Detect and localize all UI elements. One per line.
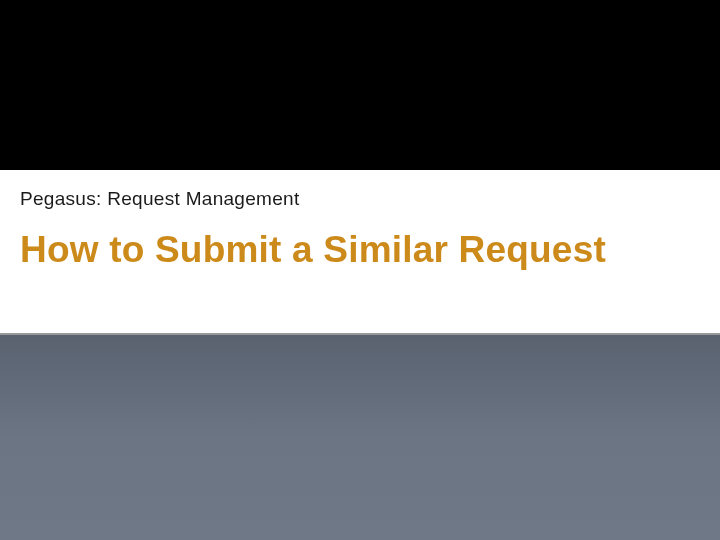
presentation-slide: Pegasus: Request Management How to Submi… xyxy=(0,0,720,540)
content-band: Pegasus: Request Management How to Submi… xyxy=(0,170,720,335)
slide-title: How to Submit a Similar Request xyxy=(20,230,700,271)
slide-subtitle: Pegasus: Request Management xyxy=(20,188,700,210)
bottom-gradient-band xyxy=(0,335,720,540)
top-black-band xyxy=(0,0,720,170)
